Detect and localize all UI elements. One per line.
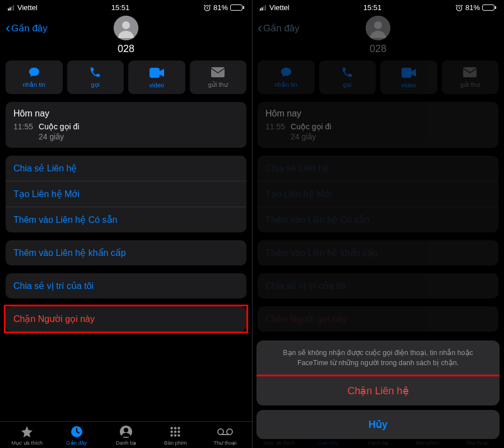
action-sheet-overlay: Bạn sẽ không nhận được cuộc gọi điện tho… bbox=[252, 0, 504, 448]
svg-point-15 bbox=[174, 434, 177, 437]
sheet-main-block: Bạn sẽ không nhận được cuộc gọi điện tho… bbox=[256, 340, 500, 405]
video-button[interactable]: video bbox=[128, 60, 185, 94]
voicemail-icon bbox=[217, 425, 233, 438]
tab-favorites[interactable]: Mục ưa thích bbox=[2, 425, 52, 446]
svg-point-13 bbox=[178, 431, 181, 433]
phone-right: Viettel 15:51 81% ‹ Gần đây 028 nhắn tin bbox=[252, 0, 504, 448]
phone-left: Viettel 15:51 81% ‹ Gần đây 028 nhắn tin bbox=[0, 0, 252, 448]
tab-bar: Mục ưa thích Gần đây Danh bạ Bàn phím Th… bbox=[0, 421, 252, 448]
back-label: Gần đây bbox=[11, 22, 48, 34]
mail-button: gửi thư bbox=[190, 60, 247, 94]
nav-bar: ‹ Gần đây bbox=[0, 14, 252, 41]
alarm-icon bbox=[203, 4, 211, 12]
svg-point-10 bbox=[178, 427, 181, 430]
call-button[interactable]: gọi bbox=[67, 60, 124, 94]
avatar[interactable] bbox=[114, 16, 138, 40]
star-icon bbox=[20, 425, 34, 438]
svg-point-2 bbox=[122, 21, 130, 29]
svg-rect-4 bbox=[211, 67, 225, 77]
call-label: gọi bbox=[91, 81, 100, 88]
clock-icon bbox=[70, 425, 83, 438]
menu-group-emergency: Thêm vào Liên hệ khẩn cấp bbox=[6, 240, 246, 265]
action-row: nhắn tin gọi video gửi thư bbox=[0, 60, 252, 94]
status-left: Viettel bbox=[8, 3, 38, 12]
share-contact-item[interactable]: Chia sẻ Liên hệ bbox=[6, 156, 246, 181]
tab-favorites-label: Mục ưa thích bbox=[11, 440, 43, 446]
back-button[interactable]: ‹ Gần đây bbox=[6, 21, 48, 35]
create-contact-item[interactable]: Tạo Liên hệ Mới bbox=[6, 181, 246, 207]
message-button[interactable]: nhắn tin bbox=[6, 60, 63, 94]
share-location-item[interactable]: Chia sẻ vị trí của tôi bbox=[6, 273, 246, 298]
call-log-card: Hôm nay 11:55 Cuộc gọi đi 24 giây bbox=[6, 102, 246, 148]
message-icon bbox=[27, 66, 41, 78]
log-row: 11:55 Cuộc gọi đi 24 giây bbox=[13, 122, 239, 141]
status-bar: Viettel 15:51 81% bbox=[0, 0, 252, 14]
video-label: video bbox=[150, 82, 164, 88]
mail-label: gửi thư bbox=[208, 81, 228, 88]
add-emergency-item[interactable]: Thêm vào Liên hệ khẩn cấp bbox=[6, 240, 246, 265]
menu-group-contact: Chia sẻ Liên hệ Tạo Liên hệ Mới Thêm vào… bbox=[6, 156, 246, 232]
svg-point-7 bbox=[124, 428, 128, 432]
sheet-cancel-block: Hủy bbox=[256, 410, 500, 439]
tab-contacts[interactable]: Danh bạ bbox=[101, 425, 151, 446]
svg-point-12 bbox=[174, 431, 177, 433]
signal-icon bbox=[8, 5, 14, 11]
tab-recents[interactable]: Gần đây bbox=[52, 425, 101, 446]
block-contact-button[interactable]: Chặn Liên hệ bbox=[256, 376, 500, 405]
svg-point-11 bbox=[171, 431, 174, 433]
cancel-button[interactable]: Hủy bbox=[256, 410, 500, 439]
block-caller-item[interactable]: Chặn Người gọi này bbox=[6, 306, 246, 332]
chevron-left-icon: ‹ bbox=[6, 21, 10, 35]
keypad-icon bbox=[169, 425, 181, 438]
svg-point-8 bbox=[171, 427, 174, 430]
status-right: 81% bbox=[203, 3, 244, 12]
tab-recents-label: Gần đây bbox=[66, 440, 87, 446]
menu-group-location: Chia sẻ vị trí của tôi bbox=[6, 273, 246, 298]
action-sheet: Bạn sẽ không nhận được cuộc gọi điện tho… bbox=[256, 340, 500, 444]
tab-voicemail[interactable]: Thư thoại bbox=[200, 425, 250, 446]
svg-point-14 bbox=[171, 434, 174, 437]
log-duration: 24 giây bbox=[39, 132, 79, 141]
svg-point-18 bbox=[227, 429, 232, 435]
video-icon bbox=[150, 67, 164, 79]
svg-rect-3 bbox=[150, 68, 160, 78]
content: Hôm nay 11:55 Cuộc gọi đi 24 giây Chia s… bbox=[0, 94, 252, 448]
svg-point-17 bbox=[218, 429, 223, 435]
message-label: nhắn tin bbox=[23, 81, 45, 88]
add-existing-item[interactable]: Thêm vào Liên hệ Có sẵn bbox=[6, 207, 246, 232]
battery-pct: 81% bbox=[213, 3, 228, 12]
log-title: Hôm nay bbox=[13, 109, 239, 119]
tab-contacts-label: Danh bạ bbox=[116, 440, 137, 446]
log-type: Cuộc gọi đi bbox=[39, 122, 79, 131]
svg-point-16 bbox=[178, 434, 181, 437]
carrier-label: Viettel bbox=[17, 3, 38, 12]
log-time: 11:55 bbox=[13, 122, 33, 141]
mail-icon bbox=[211, 66, 225, 78]
block-highlight: Chặn Người gọi này bbox=[6, 306, 246, 332]
sheet-message: Bạn sẽ không nhận được cuộc gọi điện tho… bbox=[256, 340, 500, 376]
svg-point-9 bbox=[174, 427, 177, 430]
person-icon bbox=[119, 425, 133, 438]
tab-voicemail-label: Thư thoại bbox=[213, 440, 236, 446]
tab-keypad-label: Bàn phím bbox=[164, 440, 187, 446]
battery-icon bbox=[230, 4, 244, 11]
phone-icon bbox=[89, 66, 101, 78]
tab-keypad[interactable]: Bàn phím bbox=[151, 425, 200, 446]
clock: 15:51 bbox=[111, 3, 130, 12]
contact-number: 028 bbox=[0, 41, 252, 60]
